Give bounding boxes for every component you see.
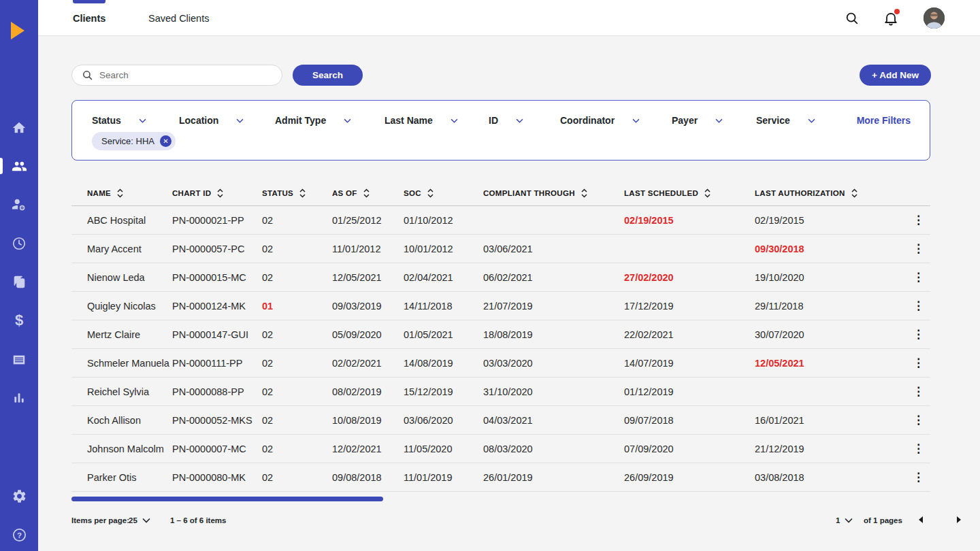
app-logo-play-icon[interactable] — [11, 22, 24, 39]
row-actions-kebab-icon[interactable]: ⋮ — [906, 270, 930, 284]
cell-chart-id: PN-0000080-MK — [172, 472, 262, 483]
cell-name: Reichel Sylvia — [71, 386, 172, 397]
sidebar-item-billing[interactable]: $ — [0, 307, 38, 334]
more-filters-link[interactable]: More Filters — [857, 112, 911, 129]
cell-soc: 11/05/2020 — [404, 444, 483, 454]
table-row[interactable]: Mertz ClairePN-0000147-GUI0205/09/202001… — [71, 320, 930, 349]
cell-chart-id: PN-0000147-GUI — [172, 329, 262, 340]
tab-clients[interactable]: Clients — [73, 0, 105, 36]
filter-coordinator[interactable]: Coordinator — [560, 112, 640, 129]
search-button[interactable]: Search — [293, 65, 363, 86]
column-header-soc[interactable]: SOC — [404, 188, 483, 198]
row-actions-kebab-icon[interactable]: ⋮ — [906, 384, 930, 399]
items-per-page-label: Items per page: — [71, 516, 129, 524]
tab-saved-clients[interactable]: Saved Clients — [148, 0, 209, 36]
sidebar-item-help[interactable]: ? — [0, 521, 38, 548]
client-search-box — [71, 65, 282, 86]
next-page-button[interactable] — [957, 516, 961, 523]
column-header-status[interactable]: STATUS — [262, 188, 332, 198]
cell-chart-id: PN-0000052-MKS — [172, 415, 262, 426]
cell-as-of: 12/05/2021 — [332, 272, 404, 283]
cell-soc: 11/01/2019 — [404, 472, 483, 483]
cell-compliant-through: 18/08/2019 — [483, 329, 624, 340]
global-search-button[interactable] — [842, 8, 862, 29]
cell-status: 02 — [262, 358, 332, 369]
cell-last-authorization: 29/11/2018 — [755, 301, 906, 312]
row-actions-kebab-icon[interactable]: ⋮ — [906, 356, 930, 370]
column-label: COMPLIANT THROUGH — [483, 189, 575, 197]
column-header-last-authorization[interactable]: LAST AUTHORIZATION — [755, 188, 906, 198]
sidebar-item-home[interactable] — [0, 114, 38, 141]
filter-label: Coordinator — [560, 115, 615, 126]
sidebar-item-reports[interactable] — [0, 384, 38, 412]
column-header-compliant-through[interactable]: COMPLIANT THROUGH — [483, 188, 624, 198]
filter-admit-type[interactable]: Admit Type — [275, 112, 351, 129]
page-select[interactable]: 1 — [836, 516, 853, 524]
cell-last-authorization: 19/10/2020 — [755, 272, 906, 283]
filter-last-name[interactable]: Last Name — [385, 112, 458, 129]
column-header-as-of[interactable]: AS OF — [332, 188, 404, 198]
table-header-row: NAMECHART IDSTATUSAS OFSOCCOMPLIANT THRO… — [71, 180, 930, 206]
row-actions-kebab-icon[interactable]: ⋮ — [906, 241, 930, 256]
sort-icon — [427, 188, 434, 198]
row-actions-kebab-icon[interactable]: ⋮ — [906, 413, 930, 427]
search-input[interactable] — [99, 70, 282, 80]
column-label: NAME — [87, 189, 111, 197]
add-new-button[interactable]: + Add New — [860, 65, 931, 86]
column-header-chart-id[interactable]: CHART ID — [172, 188, 262, 198]
row-actions-kebab-icon[interactable]: ⋮ — [906, 441, 930, 456]
table-row[interactable]: Mary AccentPN-0000057-PC0211/01/201210/0… — [71, 235, 930, 263]
cell-soc: 10/01/2012 — [404, 244, 483, 254]
row-actions-kebab-icon[interactable]: ⋮ — [906, 470, 930, 484]
avatar-photo — [924, 7, 945, 29]
filter-label: Location — [179, 115, 218, 126]
sidebar-item-settings[interactable] — [0, 482, 38, 510]
column-header-last-scheduled[interactable]: LAST SCHEDULED — [624, 188, 755, 198]
cell-soc: 02/04/2021 — [404, 272, 483, 283]
sidebar-item-coordinators[interactable] — [0, 191, 38, 218]
user-avatar[interactable] — [924, 7, 945, 29]
column-header-name[interactable]: NAME — [71, 188, 172, 198]
newspaper-icon — [12, 352, 27, 367]
items-per-page-select[interactable]: 25 — [129, 516, 150, 524]
cell-as-of: 09/08/2018 — [332, 472, 404, 483]
horizontal-scrollbar[interactable] — [71, 497, 383, 501]
filter-location[interactable]: Location — [179, 112, 244, 129]
sort-icon — [217, 188, 223, 198]
cell-as-of: 01/25/2012 — [332, 215, 404, 226]
chevron-down-icon — [808, 118, 815, 123]
sort-icon — [299, 188, 306, 198]
filter-service[interactable]: Service — [756, 112, 815, 129]
sidebar-item-documents[interactable] — [0, 268, 38, 295]
filter-payer[interactable]: Payer — [672, 112, 723, 129]
row-actions-kebab-icon[interactable]: ⋮ — [906, 327, 930, 341]
svg-text:?: ? — [16, 531, 21, 539]
table-row[interactable]: Johnson MalcolmPN-0000007-MC0212/02/2021… — [71, 435, 930, 463]
table-row[interactable]: Nienow LedaPN-0000015-MC0212/05/202102/0… — [71, 263, 930, 292]
sidebar-item-claims[interactable] — [0, 346, 38, 373]
table-row[interactable]: Parker OtisPN-0000080-MK0209/08/201811/0… — [71, 463, 930, 492]
row-actions-kebab-icon[interactable]: ⋮ — [906, 299, 930, 313]
sort-icon — [363, 188, 370, 198]
chevron-down-icon — [632, 118, 640, 123]
notifications-button[interactable] — [881, 8, 901, 29]
prev-page-button[interactable] — [919, 516, 923, 523]
table-row[interactable]: Koch AllisonPN-0000052-MKS0210/08/201903… — [71, 406, 930, 435]
sidebar-item-clients[interactable] — [0, 152, 38, 180]
sidebar-item-schedule[interactable] — [0, 230, 38, 257]
table-row[interactable]: ABC HospitalPN-0000021-PP0201/25/201201/… — [71, 206, 930, 235]
cell-name: Nienow Leda — [71, 272, 172, 283]
chip-close-icon[interactable]: ✕ — [160, 135, 172, 147]
filter-label: Service — [756, 115, 790, 126]
filter-status[interactable]: Status — [92, 112, 146, 129]
filter-id[interactable]: ID — [489, 112, 523, 129]
table-row[interactable]: Quigley NicolasPN-0000124-MK0109/03/2019… — [71, 292, 930, 320]
row-actions-kebab-icon[interactable]: ⋮ — [906, 213, 930, 227]
table-row[interactable]: Reichel SylviaPN-0000088-PP0208/02/20191… — [71, 378, 930, 406]
cell-last-scheduled: 26/09/2019 — [624, 472, 755, 483]
table-row[interactable]: Schmeler ManuelaPN-0000111-PP0202/02/202… — [71, 349, 930, 378]
cell-status: 02 — [262, 329, 332, 340]
cell-chart-id: PN-0000111-PP — [172, 358, 262, 369]
cell-chart-id: PN-0000021-PP — [172, 215, 262, 226]
cell-compliant-through: 03/03/2020 — [483, 358, 624, 369]
